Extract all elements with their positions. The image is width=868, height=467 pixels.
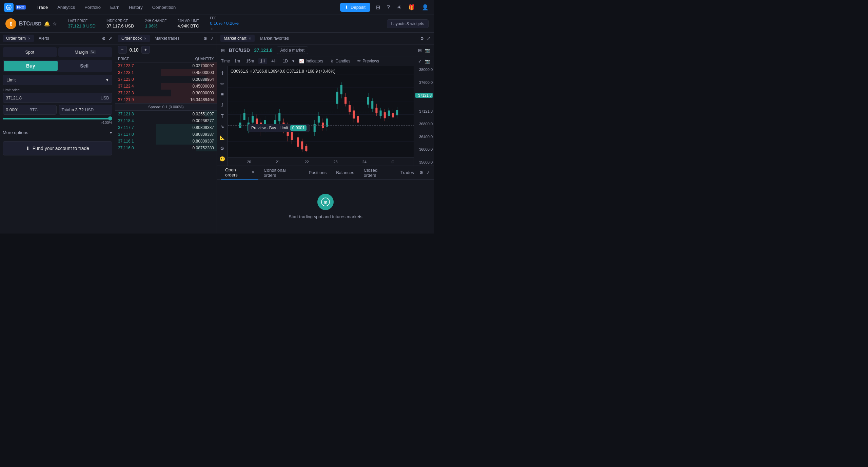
bid-row[interactable]: 37,116.00.08752289: [115, 145, 217, 151]
buy-button[interactable]: Buy: [4, 61, 58, 71]
chart-settings-icon[interactable]: ⚙: [420, 36, 424, 41]
nav-item-history[interactable]: History: [125, 3, 146, 12]
open-orders-tab[interactable]: Open orders ✕: [221, 166, 258, 180]
nav-item-earn[interactable]: Earn: [106, 3, 123, 12]
ob-increment-button[interactable]: +: [141, 46, 150, 54]
ticker-pair[interactable]: ₿ BTC/USD 🔔 ☆: [5, 18, 57, 29]
limit-price-group: Limit price USD: [3, 88, 112, 103]
settings-icon[interactable]: ⚙: [102, 36, 106, 41]
trend-tool[interactable]: ⤴: [218, 101, 227, 109]
deposit-button[interactable]: ⬇ Deposit: [340, 3, 370, 12]
time-1h[interactable]: 1H: [258, 58, 267, 64]
bid-row[interactable]: 37,118.40.00236277: [115, 117, 217, 124]
star-icon[interactable]: ☆: [53, 21, 57, 26]
measure-tool[interactable]: 📐: [218, 133, 227, 142]
pencil-tool[interactable]: ✏: [218, 80, 227, 88]
chart-expand-icon[interactable]: ⤢: [427, 36, 431, 41]
grid-icon[interactable]: ⊞: [374, 3, 381, 12]
quantity-input[interactable]: [6, 107, 29, 112]
order-type-selector[interactable]: Limit ▾: [3, 75, 112, 85]
help-icon[interactable]: ?: [386, 3, 391, 12]
indicators-button[interactable]: 📈 Indicators: [297, 58, 325, 64]
ask-row[interactable]: 37,122.40.45000000: [115, 83, 217, 90]
time-1m[interactable]: 1m: [233, 58, 242, 64]
text-tool[interactable]: T: [218, 112, 227, 120]
time-1d[interactable]: 1D: [281, 58, 290, 64]
ask-row[interactable]: 37,123.10.45000000: [115, 69, 217, 76]
theme-icon[interactable]: ☀: [395, 3, 403, 12]
more-options-row[interactable]: More options ▾: [3, 128, 112, 137]
svg-rect-55: [353, 111, 355, 119]
time-15m[interactable]: 15m: [244, 58, 256, 64]
bottom-expand-icon[interactable]: ⤢: [426, 170, 430, 175]
chart-camera-small-icon[interactable]: 📷: [425, 59, 430, 64]
nav-item-trade[interactable]: Trade: [33, 3, 52, 12]
indicators-icon: 📈: [299, 59, 304, 63]
ask-row[interactable]: 37,122.30.38000000: [115, 90, 217, 96]
price-header: PRICE: [118, 57, 130, 61]
margin-button[interactable]: Margin 5x: [58, 47, 113, 57]
nav-item-analytics[interactable]: Analytics: [53, 3, 79, 12]
order-book-tab[interactable]: Order book ✕: [118, 35, 150, 42]
ob-tick-value: 0.10: [130, 47, 139, 53]
candles-button[interactable]: 🕯 Candles: [328, 58, 352, 64]
market-trades-tab[interactable]: Market trades: [151, 35, 183, 42]
chart-fullscreen-icon[interactable]: ⤢: [418, 59, 422, 64]
positions-tab[interactable]: Positions: [304, 169, 331, 176]
sell-button[interactable]: Sell: [58, 61, 112, 71]
bottom-settings-icon[interactable]: ⚙: [419, 170, 423, 175]
close-chart-tab-icon[interactable]: ✕: [249, 37, 251, 40]
settings-tool[interactable]: ⚙: [218, 144, 227, 152]
svg-rect-61: [371, 101, 373, 109]
bid-row[interactable]: 37,117.00.80809387: [115, 131, 217, 138]
expand-icon[interactable]: ⤢: [108, 36, 112, 41]
chart-camera-icon[interactable]: 📷: [425, 48, 430, 53]
layouts-widgets-button[interactable]: Layouts & widgets: [387, 19, 429, 28]
chart-layout-icon[interactable]: ⊞: [418, 48, 422, 53]
nav-item-portfolio[interactable]: Portfolio: [80, 3, 105, 12]
quantity-slider[interactable]: >100%: [3, 118, 112, 125]
more-timeframes-icon[interactable]: ▾: [292, 59, 294, 63]
ask-orders: 37,123.70.02700097 37,123.10.45000000 37…: [115, 62, 217, 103]
chart-x-axis: 20 21 22 23 24 ⊙: [228, 157, 414, 166]
limit-price-input[interactable]: [6, 95, 101, 100]
close-open-orders-icon[interactable]: ✕: [252, 170, 254, 174]
ask-row[interactable]: 37,121.916.34489404: [115, 96, 217, 103]
svg-rect-33: [297, 137, 299, 147]
bid-row[interactable]: 37,117.70.80809387: [115, 124, 217, 131]
ob-decrement-button[interactable]: −: [118, 46, 127, 54]
trades-tab[interactable]: Trades: [396, 169, 418, 176]
bell-icon[interactable]: 🔔: [44, 21, 50, 26]
bid-row[interactable]: 37,116.10.80809387: [115, 138, 217, 145]
balances-tab[interactable]: Balances: [332, 169, 358, 176]
lines-tool[interactable]: ≡: [218, 90, 227, 98]
order-form-tab[interactable]: Order form ✕: [3, 35, 34, 42]
ob-settings-icon[interactable]: ⚙: [203, 36, 208, 41]
spot-button[interactable]: Spot: [3, 47, 57, 57]
crosshair-tool[interactable]: ✛: [218, 69, 227, 77]
close-order-form-icon[interactable]: ✕: [28, 37, 31, 40]
closed-orders-tab[interactable]: Closed orders: [360, 166, 395, 179]
gift-icon[interactable]: 🎁: [407, 3, 416, 12]
zoom-reset-icon[interactable]: ⊙: [391, 160, 395, 164]
market-favorites-tab[interactable]: Market favorites: [257, 35, 292, 42]
ob-expand-icon[interactable]: ⤢: [210, 36, 214, 41]
nav-item-competition[interactable]: Competition: [148, 3, 180, 12]
fund-account-button[interactable]: ⬇ Fund your account to trade: [3, 141, 112, 155]
svg-rect-25: [278, 113, 280, 121]
close-order-book-icon[interactable]: ✕: [144, 37, 146, 40]
emoji-tool[interactable]: 🙂: [218, 155, 227, 163]
chart-container: ✛ ✏ ≡ ⤴ T ∿ 📐 ⚙ 🙂 O36961.9 H37166.8 L369…: [217, 66, 434, 166]
ask-row[interactable]: 37,123.70.02700097: [115, 62, 217, 69]
user-icon[interactable]: 👤: [420, 3, 430, 12]
ask-row[interactable]: 37,123.00.00888964: [115, 76, 217, 83]
previews-button[interactable]: 👁 Previews: [355, 58, 381, 64]
fib-tool[interactable]: ∿: [218, 123, 227, 131]
market-chart-tab[interactable]: Market chart ✕: [220, 35, 255, 42]
bottom-empty-state: m Start trading spot and futures markets: [217, 180, 434, 234]
add-market-button[interactable]: Add a market: [277, 46, 308, 54]
alerts-tab[interactable]: Alerts: [35, 35, 53, 42]
conditional-orders-tab[interactable]: Conditional orders: [260, 166, 303, 179]
time-4h[interactable]: 4H: [270, 58, 278, 64]
bid-row[interactable]: 37,121.80.02551097: [115, 111, 217, 117]
